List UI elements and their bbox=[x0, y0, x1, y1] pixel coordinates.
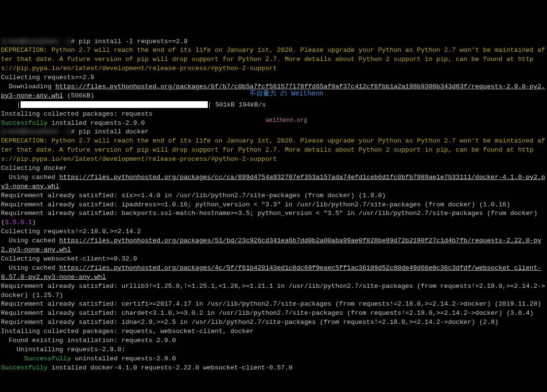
final-success-line: Successfully installed docker-4.1.0 requ… bbox=[1, 364, 546, 373]
progress-bar bbox=[21, 101, 208, 108]
deprecation-warning: DEPRECATION: Python 2.7 will reach the e… bbox=[1, 46, 546, 73]
collecting-line: Collecting requests!=2.18.0,>=2.14.2 bbox=[1, 227, 546, 237]
requirement-line: Requirement already satisfied: backports… bbox=[1, 209, 546, 227]
installing-line: Installing collected packages: requests bbox=[1, 110, 546, 119]
cached-line: Using cached https://files.pythonhosted.… bbox=[1, 237, 546, 255]
uninstalling-line: Uninstalling requests-2.9.0: bbox=[1, 345, 546, 355]
prompt-line-1: [root@localhost ~]# pip install -I reque… bbox=[1, 37, 546, 47]
success-label: Successfully bbox=[24, 355, 71, 362]
requirement-line: Requirement already satisfied: certifi>=… bbox=[1, 300, 546, 309]
collecting-line: Collecting requests==2.9 bbox=[1, 73, 546, 83]
prompt-host: [root@localhost ~] bbox=[1, 128, 71, 135]
installing-line: Installing collected packages: requests,… bbox=[1, 327, 546, 336]
success-line: Successfully installed requests-2.9.0 bbox=[1, 119, 546, 128]
cached-url: https://files.pythonhosted.org/packages/… bbox=[1, 264, 541, 281]
requirement-line: Requirement already satisfied: chardet<3… bbox=[1, 309, 546, 318]
deprecation-warning: DEPRECATION: Python 2.7 will reach the e… bbox=[1, 137, 546, 164]
command-text: # pip install docker bbox=[71, 128, 149, 135]
cached-url: https://files.pythonhosted.org/packages/… bbox=[1, 174, 545, 190]
prompt-line-2: [root@localhost ~]# pip install docker bbox=[1, 128, 546, 137]
requirement-line: Requirement already satisfied: idna<2.9,… bbox=[1, 318, 546, 327]
uninstall-success-line: Successfully uninstalled requests-2.9.0 bbox=[1, 355, 546, 364]
requirement-line: Requirement already satisfied: six>=1.4.… bbox=[1, 191, 546, 201]
cached-line: Using cached https://files.pythonhosted.… bbox=[1, 173, 546, 191]
version-text: 3.5.0.1 bbox=[5, 219, 32, 226]
downloading-line: Downloading https://files.pythonhosted.o… bbox=[1, 83, 546, 101]
progress-line: || 501kB 194kB/s bbox=[1, 101, 546, 110]
cached-url: https://files.pythonhosted.org/packages/… bbox=[1, 237, 541, 253]
success-label: Successfully bbox=[1, 364, 48, 371]
prompt-host: [root@localhost ~] bbox=[1, 38, 71, 45]
terminal-output[interactable]: [root@localhost ~]# pip install -I reque… bbox=[1, 37, 546, 373]
collecting-line: Collecting websocket-client>=0.32.0 bbox=[1, 255, 546, 264]
requirement-line: Requirement already satisfied: ipaddress… bbox=[1, 201, 546, 210]
cached-line: Using cached https://files.pythonhosted.… bbox=[1, 264, 546, 282]
success-label: Successfully bbox=[1, 119, 48, 127]
collecting-line: Collecting docker bbox=[1, 164, 546, 173]
found-existing-line: Found existing installation: requests 2.… bbox=[1, 336, 546, 345]
requirement-line: Requirement already satisfied: urllib3!=… bbox=[1, 282, 546, 300]
command-text: # pip install -I requests==2.9 bbox=[71, 38, 188, 45]
